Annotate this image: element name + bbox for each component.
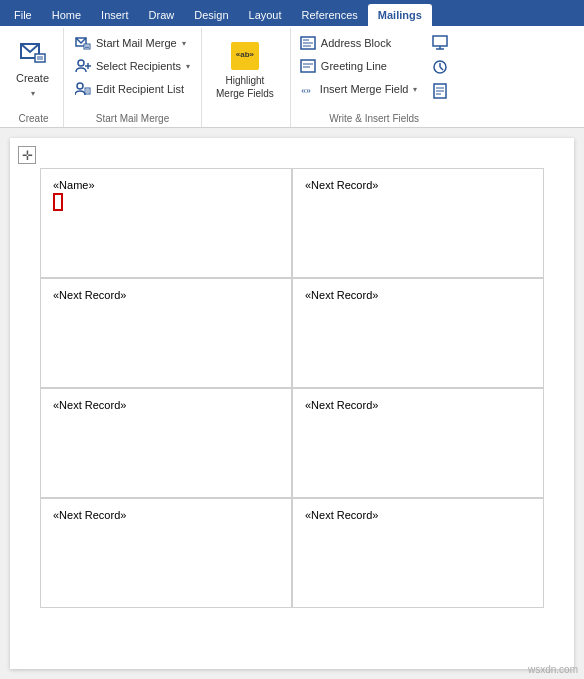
extra-icon-2[interactable] [428, 56, 452, 78]
merge-field-next-0-1: «Next Record» [305, 179, 531, 191]
tab-layout[interactable]: Layout [239, 4, 292, 26]
create-icon [17, 36, 49, 68]
group-create: Create ▾ Create [4, 28, 64, 127]
tab-references[interactable]: References [292, 4, 368, 26]
document-area: ✛ «Name» «Next Record» «Next Record» «Ne… [0, 128, 584, 679]
svg-point-11 [77, 83, 83, 89]
address-block-label: Address Block [321, 37, 391, 49]
tab-mailings[interactable]: Mailings [368, 4, 432, 26]
svg-line-28 [440, 67, 443, 70]
document-grid: «Name» «Next Record» «Next Record» «Next… [40, 168, 544, 608]
insert-merge-field-button[interactable]: «» Insert Merge Field ▾ [295, 78, 422, 100]
group-highlight: «ab» Highlight Merge Fields [202, 28, 291, 127]
group-start-mail-merge: Start Mail Merge ▾ Select Recipients ▾ [64, 28, 202, 127]
merge-field-name: «Name» [53, 179, 279, 191]
document-page: ✛ «Name» «Next Record» «Next Record» «Ne… [10, 138, 574, 669]
doc-cell-0-0: «Name» [40, 168, 292, 278]
create-label: Create [16, 72, 49, 85]
doc-cell-3-0: «Next Record» [40, 498, 292, 608]
edit-recipient-icon [75, 81, 91, 97]
highlight-merge-fields-button[interactable]: «ab» Highlight Merge Fields [210, 34, 280, 108]
create-button[interactable]: Create ▾ [8, 30, 57, 104]
insert-merge-field-label: Insert Merge Field [320, 83, 409, 95]
edit-recipient-list-button[interactable]: Edit Recipient List [70, 78, 195, 100]
svg-rect-1 [35, 54, 45, 62]
group-write-insert-label: Write & Insert Fields [291, 113, 458, 124]
merge-field-next-2-0: «Next Record» [53, 399, 279, 411]
tab-file[interactable]: File [4, 4, 42, 26]
address-block-button[interactable]: Address Block [295, 32, 422, 54]
svg-rect-12 [85, 88, 90, 94]
group-start-mail-merge-label: Start Mail Merge [64, 113, 201, 124]
greeting-line-label: Greeting Line [321, 60, 387, 72]
insert-merge-field-arrow: ▾ [413, 85, 417, 94]
start-mail-merge-label: Start Mail Merge [96, 37, 177, 49]
insert-merge-field-icon: «» [300, 81, 316, 97]
doc-cell-2-1: «Next Record» [292, 388, 544, 498]
svg-rect-19 [301, 60, 315, 72]
tab-design[interactable]: Design [184, 4, 238, 26]
doc-cell-2-0: «Next Record» [40, 388, 292, 498]
merge-field-next-3-1: «Next Record» [305, 509, 531, 521]
start-mail-merge-button[interactable]: Start Mail Merge ▾ [70, 32, 195, 54]
start-mail-merge-icon [75, 35, 91, 51]
start-mail-merge-arrow: ▾ [182, 39, 186, 48]
ribbon-body: Create ▾ Create [0, 26, 584, 128]
doc-cell-1-0: «Next Record» [40, 278, 292, 388]
doc-cell-0-1: «Next Record» [292, 168, 544, 278]
highlight-icon: «ab» [231, 42, 259, 70]
select-recipients-arrow: ▾ [186, 62, 190, 71]
watermark: wsxdn.com [528, 664, 578, 675]
svg-point-8 [78, 60, 84, 66]
edit-recipient-list-label: Edit Recipient List [96, 83, 184, 95]
ribbon-tabs: File Home Insert Draw Design Layout Refe… [0, 0, 584, 26]
move-handle[interactable]: ✛ [18, 146, 36, 164]
select-recipients-icon [75, 58, 91, 74]
extra-icon-3[interactable] [428, 80, 452, 102]
cursor [53, 193, 63, 211]
svg-text:«»: «» [301, 84, 311, 95]
tab-home[interactable]: Home [42, 4, 91, 26]
select-recipients-label: Select Recipients [96, 60, 181, 72]
address-block-icon [300, 35, 316, 51]
select-recipients-button[interactable]: Select Recipients ▾ [70, 55, 195, 77]
tab-draw[interactable]: Draw [139, 4, 185, 26]
group-create-label: Create [4, 113, 63, 124]
svg-rect-23 [433, 36, 447, 46]
doc-cell-3-1: «Next Record» [292, 498, 544, 608]
start-mail-merge-buttons: Start Mail Merge ▾ Select Recipients ▾ [70, 30, 195, 100]
greeting-line-icon [300, 58, 316, 74]
tab-insert[interactable]: Insert [91, 4, 139, 26]
svg-rect-5 [84, 44, 90, 49]
greeting-line-button[interactable]: Greeting Line [295, 55, 422, 77]
write-insert-buttons: Address Block Greeting Line [295, 30, 422, 116]
merge-field-next-1-1: «Next Record» [305, 289, 531, 301]
doc-cell-1-1: «Next Record» [292, 278, 544, 388]
merge-field-next-3-0: «Next Record» [53, 509, 279, 521]
merge-field-next-2-1: «Next Record» [305, 399, 531, 411]
merge-field-next-1-0: «Next Record» [53, 289, 279, 301]
group-write-insert: Address Block Greeting Line [291, 28, 458, 127]
highlight-label: Highlight Merge Fields [216, 74, 274, 100]
extra-icon-1[interactable] [428, 32, 452, 54]
